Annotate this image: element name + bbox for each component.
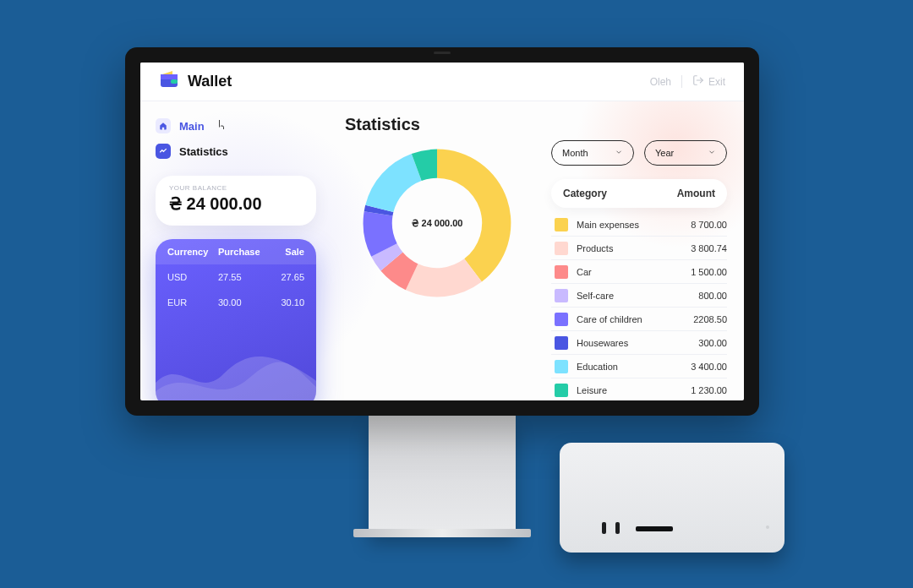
rate-sale: 30.10 (271, 297, 304, 308)
exit-button[interactable]: Exit (692, 74, 725, 89)
rate-sale: 27.65 (271, 272, 304, 282)
balance-amount: 24 000.00 (187, 194, 262, 213)
monitor-frame: Wallet Oleh Exit (125, 47, 759, 416)
rate-purchase: 30.00 (218, 297, 271, 308)
category-amount: 1 500.00 (691, 267, 727, 277)
balance-currency: ₴ (169, 194, 182, 213)
rate-currency: USD (167, 272, 218, 282)
category-header: Category (563, 188, 607, 199)
wallet-icon (159, 71, 179, 93)
category-amount: 300.00 (698, 338, 727, 348)
usb-c-port (615, 522, 620, 534)
color-swatch (555, 218, 568, 231)
power-led (766, 525, 769, 529)
category-row: Housewares300.00 (551, 331, 727, 355)
rate-purchase: 27.55 (218, 272, 271, 282)
category-amount: 3 400.00 (691, 362, 727, 372)
filters-column: Month Year Categor (551, 115, 727, 400)
category-name: Self-care (577, 291, 698, 301)
exit-label: Exit (708, 76, 725, 88)
content: Statistics ₴ 24 000.00 Month (328, 101, 744, 400)
svg-rect-1 (161, 74, 178, 79)
rates-header-currency: Currency (167, 247, 218, 257)
month-select[interactable]: Month (551, 140, 634, 166)
category-row: Products3 800.74 (551, 237, 727, 260)
color-swatch (555, 360, 568, 373)
monitor-stand (369, 416, 516, 532)
statistics-icon (156, 144, 171, 159)
category-row: Education3 400.00 (551, 355, 727, 378)
period-selectors: Month Year (551, 140, 727, 166)
app-screen: Wallet Oleh Exit (140, 63, 744, 400)
category-name: Housewares (577, 338, 698, 348)
nav-item-main[interactable]: Main (156, 115, 316, 140)
category-amount: 2208.50 (693, 314, 727, 324)
category-row: Leisure1 230.00 (551, 378, 727, 400)
category-table-body: Main expenses8 700.00Products3 800.74Car… (551, 213, 727, 400)
chevron-down-icon (708, 148, 716, 158)
category-amount: 1 230.00 (691, 385, 727, 395)
category-row: Car1 500.00 (551, 260, 727, 284)
sd-card-slot (636, 526, 673, 531)
category-name: Leisure (577, 385, 691, 395)
rates-row: USD27.5527.65 (156, 264, 316, 290)
category-name: Car (577, 267, 691, 277)
home-icon (156, 118, 171, 133)
usb-c-port (602, 522, 606, 534)
category-name: Education (577, 362, 691, 372)
chevron-down-icon (615, 148, 623, 158)
app-header: Wallet Oleh Exit (140, 63, 744, 101)
sidebar: Main Statistics YOUR BALANCE ₴ 24 000. (140, 101, 328, 400)
user-name[interactable]: Oleh (650, 76, 671, 88)
category-row: Care of children2208.50 (551, 308, 727, 331)
balance-value: ₴ 24 000.00 (169, 193, 303, 214)
color-swatch (555, 242, 568, 255)
balance-card: YOUR BALANCE ₴ 24 000.00 (156, 176, 316, 226)
mac-studio (560, 443, 785, 553)
balance-label: YOUR BALANCE (169, 184, 303, 192)
nav-label: Statistics (179, 145, 228, 158)
stats-title: Statistics (345, 115, 529, 134)
rates-body: USD27.5527.65EUR30.0030.10 (156, 264, 316, 315)
rates-header-row: Currency Purchase Sale (156, 239, 316, 264)
pointer-cursor-icon (216, 119, 227, 133)
header-separator (681, 75, 682, 88)
rates-header-purchase: Purchase (218, 247, 271, 257)
month-label: Month (562, 148, 588, 158)
brand-name: Wallet (188, 73, 232, 90)
year-select[interactable]: Year (644, 140, 727, 166)
category-amount: 8 700.00 (691, 220, 727, 230)
app-layout: Main Statistics YOUR BALANCE ₴ 24 000. (140, 101, 744, 400)
donut-chart: ₴ 24 000.00 (357, 143, 517, 303)
color-swatch (555, 313, 568, 326)
rates-header-sale: Sale (271, 247, 304, 257)
rates-wave-decoration (156, 340, 316, 400)
stats-column: Statistics ₴ 24 000.00 (345, 115, 529, 400)
nav-item-statistics[interactable]: Statistics (156, 140, 316, 166)
category-amount: 800.00 (698, 291, 727, 301)
category-row: Self-care800.00 (551, 284, 727, 308)
rate-currency: EUR (167, 297, 218, 308)
brand[interactable]: Wallet (159, 71, 232, 93)
color-swatch (555, 384, 568, 397)
rates-row: EUR30.0030.10 (156, 290, 316, 315)
category-name: Care of children (577, 314, 693, 324)
rates-card: Currency Purchase Sale USD27.5527.65EUR3… (156, 239, 316, 400)
nav-label: Main (179, 120, 205, 133)
category-row: Main expenses8 700.00 (551, 213, 727, 237)
svg-rect-2 (171, 79, 178, 84)
header-actions: Oleh Exit (650, 74, 725, 89)
category-name: Main expenses (577, 220, 691, 230)
donut-center-label: ₴ 24 000.00 (357, 143, 517, 303)
color-swatch (555, 265, 568, 279)
color-swatch (555, 289, 568, 302)
category-amount: 3 800.74 (691, 243, 727, 253)
amount-header: Amount (677, 188, 715, 199)
color-swatch (555, 336, 568, 350)
year-label: Year (655, 148, 674, 158)
camera-notch (434, 52, 451, 54)
category-name: Products (577, 243, 691, 253)
category-table-header: Category Amount (551, 179, 727, 208)
exit-icon (692, 74, 704, 89)
